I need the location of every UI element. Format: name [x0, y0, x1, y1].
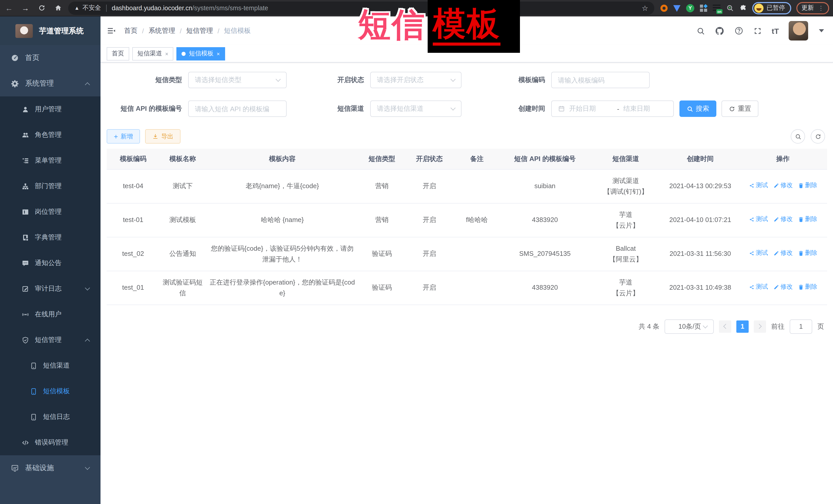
profile-paused-chip[interactable]: 已暂停	[752, 2, 791, 14]
cell-created: 2021-03-31 11:56:30	[662, 237, 739, 271]
page-jump-input[interactable]	[792, 322, 810, 330]
select-placeholder: 请选择开启状态	[377, 75, 424, 85]
delete-action-link[interactable]: 删除	[798, 214, 817, 224]
sidebar-item-users[interactable]: 用户管理	[0, 96, 100, 122]
extension-icon[interactable]	[726, 4, 734, 12]
cell-status: 开启	[405, 271, 454, 305]
cell-name: 公告通知	[160, 237, 206, 271]
sidebar-item-notices[interactable]: 通知公告	[0, 250, 100, 276]
sidebar-item-roles[interactable]: 角色管理	[0, 122, 100, 148]
tab-home[interactable]: 首页	[106, 47, 129, 60]
tab-sms-template[interactable]: 短信模板 ×	[177, 47, 225, 60]
breadcrumb-system[interactable]: 系统管理	[148, 26, 175, 35]
sms-type-select[interactable]: 请选择短信类型	[188, 72, 287, 88]
trash-icon	[798, 284, 804, 290]
sidebar: 芋道管理系统 首页 系统管理 用户管理	[0, 17, 100, 504]
browser-menu-icon[interactable]: ⋮	[818, 4, 824, 11]
close-icon[interactable]: ×	[217, 50, 220, 57]
extension-icon[interactable]: Y	[686, 4, 694, 12]
date-range-picker[interactable]: 开始日期 - 结束日期	[551, 100, 674, 117]
search-icon[interactable]	[696, 26, 705, 35]
github-icon[interactable]	[715, 26, 724, 35]
end-date-placeholder[interactable]: 结束日期	[623, 104, 667, 113]
test-action-link[interactable]: 测试	[748, 248, 768, 258]
sidebar-item-sms-template[interactable]: 短信模板	[0, 378, 100, 404]
reset-button[interactable]: 重置	[721, 100, 758, 117]
chevron-down-icon	[85, 285, 90, 290]
sidebar-item-infrastructure[interactable]: 基础设施	[0, 455, 100, 481]
next-page-button[interactable]	[754, 320, 766, 333]
security-warning-label[interactable]: 不安全	[82, 4, 101, 12]
delete-action-link[interactable]: 删除	[798, 181, 817, 191]
api-template-id-input[interactable]	[195, 105, 280, 113]
shield-check-icon	[22, 336, 29, 344]
chevron-down-icon[interactable]	[819, 29, 824, 32]
breadcrumb-sms[interactable]: 短信管理	[186, 26, 213, 35]
sidebar-item-departments[interactable]: 部门管理	[0, 173, 100, 199]
browser-reload-icon[interactable]	[38, 4, 46, 12]
address-bar[interactable]: ▲ 不安全 dashboard.yudao.iocoder.cn /system…	[68, 1, 654, 15]
browser-back-icon[interactable]: ←	[5, 4, 13, 12]
search-button[interactable]: 搜索	[680, 100, 716, 117]
chrome-update-button[interactable]: 更新 ⋮	[796, 2, 829, 14]
sidebar-item-sms-log[interactable]: 短信日志	[0, 404, 100, 430]
prev-page-button[interactable]	[719, 320, 731, 333]
edit-action-link[interactable]: 修改	[773, 248, 793, 258]
close-icon[interactable]: ×	[165, 50, 168, 57]
extension-icon[interactable]	[673, 5, 681, 12]
test-action-link[interactable]: 测试	[748, 214, 768, 224]
sidebar-item-menus[interactable]: 菜单管理	[0, 148, 100, 173]
avatar[interactable]	[789, 21, 808, 41]
sidebar-logo[interactable]: 芋道管理系统	[0, 17, 100, 45]
extension-icon[interactable]	[661, 4, 668, 11]
delete-action-link[interactable]: 删除	[798, 282, 817, 292]
edit-action-link[interactable]: 修改	[773, 282, 793, 292]
browser-home-icon[interactable]	[54, 4, 62, 12]
edit-action-link[interactable]: 修改	[773, 181, 793, 191]
bookmark-star-icon[interactable]: ☆	[642, 4, 648, 12]
phone-icon	[30, 413, 38, 421]
current-page[interactable]: 1	[736, 320, 748, 333]
sidebar-item-audit-log[interactable]: 审计日志	[0, 276, 100, 302]
breadcrumb-home[interactable]: 首页	[124, 26, 137, 35]
sidebar-item-home[interactable]: 首页	[0, 45, 100, 71]
edit-action-link[interactable]: 修改	[773, 214, 793, 224]
start-date-placeholder[interactable]: 开始日期	[569, 104, 613, 113]
export-button[interactable]: 导出	[145, 129, 181, 144]
sidebar-item-sms-management[interactable]: 短信管理	[0, 327, 100, 353]
sidebar-item-system[interactable]: 系统管理	[0, 71, 100, 96]
sms-template-table: 模板编码 模板名称 模板内容 短信类型 开启状态 备注 短信 API 的模板编号…	[106, 149, 827, 305]
cell-type: 营销	[359, 169, 405, 203]
extension-icon[interactable]: on	[713, 5, 720, 11]
chevron-up-icon	[85, 82, 90, 87]
breadcrumb-separator: /	[142, 27, 144, 34]
breadcrumb-current: 短信模板	[224, 26, 251, 35]
sidebar-item-posts[interactable]: 岗位管理	[0, 199, 100, 224]
cell-remark	[454, 271, 500, 305]
sidebar-item-dictionary[interactable]: 字典管理	[0, 224, 100, 250]
extensions-puzzle-icon[interactable]	[739, 4, 747, 12]
sidebar-collapse-icon[interactable]	[106, 26, 116, 35]
add-button[interactable]: + 新增	[106, 129, 140, 144]
sidebar-item-online-users[interactable]: 在线用户	[0, 302, 100, 327]
help-icon[interactable]	[734, 26, 743, 35]
browser-forward-icon[interactable]: →	[22, 4, 29, 12]
cell-actions: 测试修改删除	[739, 237, 827, 271]
gear-icon	[11, 79, 19, 88]
font-size-icon[interactable]: tT	[772, 26, 779, 35]
page-size-select[interactable]: 10条/页	[665, 319, 714, 334]
delete-action-link[interactable]: 删除	[798, 248, 817, 258]
fullscreen-icon[interactable]	[753, 26, 762, 35]
test-action-link[interactable]: 测试	[748, 282, 768, 292]
status-select[interactable]: 请选择开启状态	[370, 72, 461, 88]
cell-content: 正在进行登录操作{operation}，您的验证码是{code}	[206, 271, 359, 305]
sidebar-item-error-codes[interactable]: 错误码管理	[0, 430, 100, 455]
extension-icon[interactable]	[700, 4, 707, 11]
channel-select[interactable]: 请选择短信渠道	[370, 100, 461, 117]
test-action-link[interactable]: 测试	[748, 181, 768, 191]
tab-sms-channel[interactable]: 短信渠道 ×	[132, 47, 173, 60]
refresh-table-button[interactable]	[811, 129, 825, 144]
show-search-button[interactable]	[791, 129, 805, 144]
sidebar-item-sms-channel[interactable]: 短信渠道	[0, 353, 100, 378]
template-code-input[interactable]	[558, 76, 643, 84]
